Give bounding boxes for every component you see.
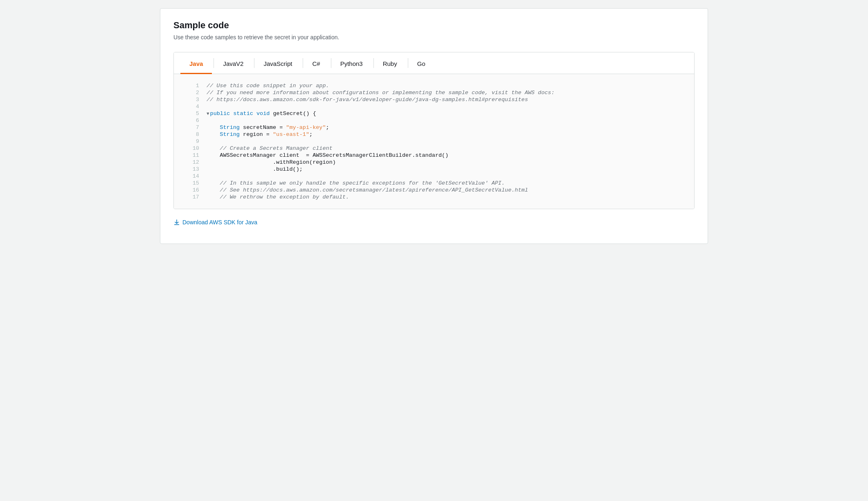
code-line-6: 6 xyxy=(174,117,684,124)
line-content xyxy=(207,138,684,145)
line-number: 16 xyxy=(174,187,207,194)
line-content: // In this sample we only handle the spe… xyxy=(207,180,684,187)
line-number: 2 xyxy=(174,89,207,96)
code-line-10: 10 // Create a Secrets Manager client xyxy=(174,145,684,152)
line-number: 3 xyxy=(174,96,207,103)
line-content: AWSSecretsManager client = AWSSecretsMan… xyxy=(207,152,684,159)
line-number: 11 xyxy=(174,152,207,159)
line-number: 1 xyxy=(174,82,207,89)
section-description: Use these code samples to retrieve the s… xyxy=(173,34,695,41)
line-content xyxy=(207,173,684,180)
download-section: Download AWS SDK for Java xyxy=(173,217,695,230)
line-content: String region = "us-east-1"; xyxy=(207,131,684,138)
line-number: 4 xyxy=(174,103,207,110)
line-number: 12 xyxy=(174,159,207,166)
code-block: 1 // Use this code snippet in your app. … xyxy=(174,74,694,209)
line-number: 9 xyxy=(174,138,207,145)
tab-ruby[interactable]: Ruby xyxy=(374,53,406,74)
code-line-15: 15 // In this sample we only handle the … xyxy=(174,180,684,187)
code-line-12: 12 .withRegion(region) xyxy=(174,159,684,166)
line-content: String secretName = "my-api-key"; xyxy=(207,124,684,131)
line-content: // Use this code snippet in your app. xyxy=(207,82,684,89)
code-line-17: 17 // We rethrow the exception by defaul… xyxy=(174,194,684,201)
line-number: 6 xyxy=(174,117,207,124)
download-link[interactable]: Download AWS SDK for Java xyxy=(173,219,257,226)
code-line-13: 13 .build(); xyxy=(174,166,684,173)
line-number: 15 xyxy=(174,180,207,187)
code-line-16: 16 // See https://docs.aws.amazon.com/se… xyxy=(174,187,684,194)
line-content: .build(); xyxy=(207,166,684,173)
line-content: ▼public static void getSecret() { xyxy=(207,110,684,117)
line-content: // We rethrow the exception by default. xyxy=(207,194,684,201)
code-line-5: 5 ▼public static void getSecret() { xyxy=(174,110,684,117)
tabs-bar: Java JavaV2 JavaScript C# Python3 Ruby xyxy=(174,52,694,74)
tab-javav2[interactable]: JavaV2 xyxy=(214,53,252,74)
fold-icon: ▼ xyxy=(207,111,209,116)
code-line-14: 14 xyxy=(174,173,684,180)
line-content: // See https://docs.aws.amazon.com/secre… xyxy=(207,187,684,194)
line-number: 8 xyxy=(174,131,207,138)
code-line-1: 1 // Use this code snippet in your app. xyxy=(174,82,684,89)
tab-csharp[interactable]: C# xyxy=(303,53,329,74)
line-number: 7 xyxy=(174,124,207,131)
svg-rect-0 xyxy=(174,224,179,225)
line-content: // If you need more information about co… xyxy=(207,89,684,96)
line-content: .withRegion(region) xyxy=(207,159,684,166)
code-card: Java JavaV2 JavaScript C# Python3 Ruby xyxy=(173,52,695,209)
tab-java[interactable]: Java xyxy=(180,53,212,74)
download-label: Download AWS SDK for Java xyxy=(182,219,257,226)
code-line-2: 2 // If you need more information about … xyxy=(174,89,684,96)
tab-go[interactable]: Go xyxy=(408,53,434,74)
line-number: 5 xyxy=(174,110,207,117)
line-number: 10 xyxy=(174,145,207,152)
line-content xyxy=(207,103,684,110)
line-number: 14 xyxy=(174,173,207,180)
code-line-8: 8 String region = "us-east-1"; xyxy=(174,131,684,138)
section-title: Sample code xyxy=(173,20,695,31)
download-icon xyxy=(173,219,180,226)
tab-javascript[interactable]: JavaScript xyxy=(254,53,301,74)
code-line-7: 7 String secretName = "my-api-key"; xyxy=(174,124,684,131)
line-content: // Create a Secrets Manager client xyxy=(207,145,684,152)
code-table: 1 // Use this code snippet in your app. … xyxy=(174,82,684,201)
code-line-9: 9 xyxy=(174,138,684,145)
outer-card: Sample code Use these code samples to re… xyxy=(160,8,708,244)
code-line-11: 11 AWSSecretsManager client = AWSSecrets… xyxy=(174,152,684,159)
line-number: 17 xyxy=(174,194,207,201)
line-number: 13 xyxy=(174,166,207,173)
line-content: // https://docs.aws.amazon.com/sdk-for-j… xyxy=(207,96,684,103)
code-line-4: 4 xyxy=(174,103,684,110)
code-line-3: 3 // https://docs.aws.amazon.com/sdk-for… xyxy=(174,96,684,103)
line-content xyxy=(207,117,684,124)
tab-python3[interactable]: Python3 xyxy=(331,53,372,74)
